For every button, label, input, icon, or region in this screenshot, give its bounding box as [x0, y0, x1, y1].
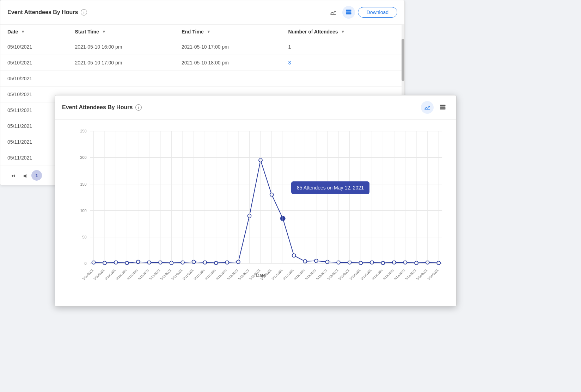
svg-text:200: 200	[80, 155, 87, 160]
svg-text:5/10/2021: 5/10/2021	[104, 268, 116, 281]
table-panel-header: Event Attendees By Hours i Download	[0, 0, 404, 25]
prev-page-button[interactable]: ◀	[19, 170, 30, 181]
table-row: 05/10/2021	[0, 71, 404, 87]
current-page-button[interactable]: 1	[31, 170, 42, 181]
svg-text:5/12/2021: 5/12/2021	[215, 268, 228, 281]
svg-text:5/11/2021: 5/11/2021	[148, 268, 161, 281]
col-date: Date ▼	[0, 25, 68, 39]
cell-attendees: 3	[281, 55, 404, 71]
svg-text:5/13/2021: 5/13/2021	[360, 268, 372, 281]
svg-text:5/10/2021: 5/10/2021	[82, 268, 94, 281]
svg-text:5/14/2021: 5/14/2021	[416, 268, 428, 281]
svg-text:100: 100	[80, 209, 87, 213]
svg-text:5/14/2021: 5/14/2021	[393, 268, 406, 281]
col-end-time: End Time ▼	[175, 25, 281, 39]
cell-start-time: 2021-05-10 16:00 pm	[68, 39, 174, 55]
svg-text:5/12/2021: 5/12/2021	[293, 268, 306, 281]
svg-text:5/13/2021: 5/13/2021	[316, 268, 328, 281]
chart-view-button[interactable]	[327, 6, 340, 19]
svg-text:5/13/2021: 5/13/2021	[304, 268, 317, 281]
svg-text:5/11/2021: 5/11/2021	[182, 268, 194, 281]
chart-panel: Event Attendees By Hours i	[55, 95, 457, 306]
svg-text:5/11/2021: 5/11/2021	[160, 268, 172, 281]
svg-text:50: 50	[82, 235, 87, 239]
svg-text:5/13/2021: 5/13/2021	[371, 268, 384, 281]
table-header-actions: Download	[327, 6, 397, 19]
svg-text:5/12/2021: 5/12/2021	[226, 268, 239, 281]
scrollbar-thumb[interactable]	[402, 39, 404, 81]
chart-title-text: Event Attendees By Hours	[62, 104, 133, 111]
svg-text:5/13/2021: 5/13/2021	[338, 268, 350, 281]
table-info-icon[interactable]: i	[81, 9, 87, 15]
chart-info-icon[interactable]: i	[135, 104, 142, 111]
table-row: 05/10/20212021-05-10 17:00 pm2021-05-10 …	[0, 55, 404, 71]
svg-text:5/11/2021: 5/11/2021	[193, 268, 206, 281]
cell-date: 05/10/2021	[0, 71, 68, 87]
filter-date-icon[interactable]: ▼	[21, 29, 25, 34]
cell-end-time: 2021-05-10 17:00 pm	[175, 39, 281, 55]
svg-text:5/11/2021: 5/11/2021	[126, 268, 139, 281]
svg-text:5/13/2021: 5/13/2021	[349, 268, 361, 281]
cell-start-time	[68, 71, 174, 87]
svg-rect-2	[346, 12, 351, 13]
cell-attendees	[281, 71, 404, 87]
svg-text:0: 0	[85, 261, 87, 266]
svg-text:5/13/2021: 5/13/2021	[382, 268, 395, 281]
chart-header-actions	[421, 101, 449, 114]
cell-end-time	[175, 71, 281, 87]
chart-panel-header: Event Attendees By Hours i	[55, 95, 456, 120]
svg-text:5/11/2021: 5/11/2021	[137, 268, 150, 281]
col-start-time: Start Time ▼	[68, 25, 174, 39]
chart-view-btn-active[interactable]	[421, 101, 434, 114]
line-chart: 0 50 100 150 200 250 5/10/20215/10/20215…	[76, 127, 446, 282]
table-view-button[interactable]	[342, 6, 355, 19]
table-title-text: Event Attendees By Hours	[7, 9, 78, 15]
svg-rect-1	[346, 10, 351, 11]
svg-text:5/12/2021: 5/12/2021	[271, 268, 283, 281]
table-panel-title: Event Attendees By Hours i	[7, 9, 87, 15]
cell-start-time: 2021-05-10 17:00 pm	[68, 55, 174, 71]
svg-text:5/14/2021: 5/14/2021	[404, 268, 417, 281]
svg-rect-7	[440, 108, 446, 110]
table-row: 05/10/20212021-05-10 16:00 pm2021-05-10 …	[0, 39, 404, 55]
svg-text:5/13/2021: 5/13/2021	[327, 268, 339, 281]
svg-text:5/11/2021: 5/11/2021	[204, 268, 216, 281]
cell-attendees: 1	[281, 39, 404, 55]
filter-start-icon[interactable]: ▼	[102, 29, 106, 34]
svg-text:5/10/2021: 5/10/2021	[93, 268, 105, 281]
filter-attendees-icon[interactable]: ▼	[341, 29, 345, 34]
col-attendees: Number of Attendees ▼	[281, 25, 404, 39]
first-page-button[interactable]: ⏮	[7, 170, 18, 181]
filter-end-icon[interactable]: ▼	[207, 29, 211, 34]
cell-end-time: 2021-05-10 18:00 pm	[175, 55, 281, 71]
chart-panel-title: Event Attendees By Hours i	[62, 104, 142, 111]
svg-rect-6	[440, 107, 446, 108]
chart-area: 0 50 100 150 200 250 5/10/20215/10/20215…	[55, 120, 456, 306]
cell-date: 05/10/2021	[0, 39, 68, 55]
svg-text:5/12/2021: 5/12/2021	[238, 268, 250, 281]
download-button[interactable]: Download	[358, 7, 397, 18]
svg-text:5/10/2021: 5/10/2021	[115, 268, 128, 281]
table-header-row: Date ▼ Start Time ▼ End Time ▼	[0, 25, 404, 39]
svg-rect-5	[440, 105, 446, 106]
svg-rect-3	[346, 13, 351, 14]
cell-date: 05/10/2021	[0, 55, 68, 71]
svg-text:150: 150	[80, 182, 87, 186]
svg-text:5/14/2021: 5/14/2021	[427, 268, 439, 281]
svg-text:5/11/2021: 5/11/2021	[171, 268, 183, 281]
svg-text:250: 250	[80, 129, 87, 133]
table-view-btn[interactable]	[436, 101, 449, 114]
svg-text:5/12/2021: 5/12/2021	[282, 268, 294, 281]
